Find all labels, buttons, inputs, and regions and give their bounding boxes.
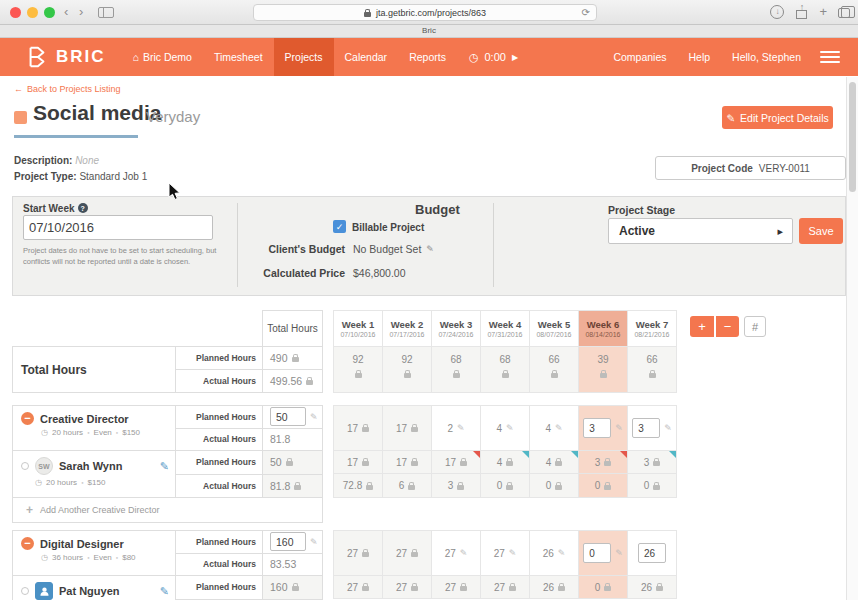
- lock-icon[interactable]: [404, 373, 411, 378]
- pencil-icon[interactable]: ✎: [506, 423, 514, 433]
- planned-hours-input[interactable]: [270, 532, 306, 551]
- pencil-icon[interactable]: ✎: [558, 548, 566, 558]
- nav-item-calendar[interactable]: Calendar: [334, 38, 399, 76]
- week-cell[interactable]: 2✎: [431, 405, 481, 451]
- pencil-icon[interactable]: ✎: [615, 423, 623, 433]
- lock-icon[interactable]: [411, 586, 418, 591]
- browser-back-button[interactable]: ‹: [64, 4, 68, 20]
- lock-icon[interactable]: [362, 586, 369, 591]
- edit-member-pencil-icon[interactable]: ✎: [160, 460, 169, 473]
- vertical-scrollbar[interactable]: [846, 77, 858, 600]
- week-cell[interactable]: ✎: [627, 405, 677, 451]
- nav-item-help[interactable]: Help: [678, 38, 722, 76]
- billable-checkbox[interactable]: ✓: [333, 220, 346, 233]
- week-hours-input[interactable]: [583, 543, 611, 563]
- edit-member-pencil-icon[interactable]: ✎: [160, 585, 169, 598]
- lock-icon[interactable]: [286, 461, 293, 466]
- bric-logo[interactable]: BRIC: [0, 38, 122, 76]
- pencil-icon[interactable]: ✎: [615, 548, 623, 558]
- lock-icon[interactable]: [453, 373, 460, 378]
- lock-icon[interactable]: [502, 373, 509, 378]
- lock-icon[interactable]: [362, 461, 369, 466]
- lock-icon[interactable]: [555, 461, 562, 466]
- add-another-creative-director-link[interactable]: + Add Another Creative Director: [12, 497, 323, 523]
- week-hours-input[interactable]: [638, 543, 666, 563]
- share-icon[interactable]: ↑: [795, 4, 808, 19]
- new-tab-icon[interactable]: +: [819, 5, 827, 19]
- lock-icon[interactable]: [558, 586, 565, 591]
- lock-icon[interactable]: [294, 485, 301, 490]
- scrollbar-thumb[interactable]: [849, 82, 856, 192]
- week-cell-current[interactable]: ✎: [578, 405, 628, 451]
- hamburger-menu-icon[interactable]: [820, 38, 840, 76]
- pencil-icon[interactable]: ✎: [664, 423, 672, 433]
- collapse-role-icon[interactable]: −: [21, 412, 34, 425]
- lock-icon[interactable]: [506, 485, 513, 490]
- nav-item-bric-demo[interactable]: ⌂ Bric Demo: [122, 38, 203, 76]
- lock-icon[interactable]: [292, 357, 299, 362]
- week-cell[interactable]: [627, 530, 677, 576]
- nav-item-projects[interactable]: Projects: [274, 38, 334, 76]
- nav-item-companies[interactable]: Companies: [602, 38, 677, 76]
- edit-project-details-button[interactable]: ✎ Edit Project Details: [722, 106, 833, 129]
- play-icon[interactable]: ▶: [512, 53, 518, 62]
- lock-icon[interactable]: [506, 461, 513, 466]
- lock-icon[interactable]: [411, 552, 418, 557]
- lock-icon[interactable]: [555, 485, 562, 490]
- nav-item-timesheet[interactable]: Timesheet: [203, 38, 274, 76]
- start-week-input[interactable]: [23, 215, 213, 240]
- lock-icon[interactable]: [460, 586, 467, 591]
- pencil-icon[interactable]: ✎: [310, 412, 318, 422]
- close-window-button[interactable]: [10, 7, 21, 18]
- lock-icon[interactable]: [604, 485, 611, 490]
- zoom-window-button[interactable]: [44, 7, 55, 18]
- browser-forward-button[interactable]: ›: [79, 4, 83, 20]
- refresh-icon[interactable]: ⟳: [582, 7, 590, 18]
- lock-icon[interactable]: [653, 461, 660, 466]
- lock-icon[interactable]: [656, 586, 663, 591]
- timer-widget[interactable]: ◷ 0:00 ▶: [457, 38, 530, 76]
- pencil-icon[interactable]: ✎: [555, 423, 563, 433]
- lock-icon[interactable]: [411, 427, 418, 432]
- downloads-icon[interactable]: ↓: [770, 5, 784, 19]
- tab-overview-icon[interactable]: [838, 8, 850, 18]
- week-number-toggle-button[interactable]: #: [744, 316, 766, 337]
- lock-icon[interactable]: [604, 461, 611, 466]
- lock-icon[interactable]: [653, 485, 660, 490]
- lock-icon[interactable]: [460, 461, 467, 466]
- nav-item-reports[interactable]: Reports: [398, 38, 457, 76]
- project-stage-select[interactable]: Active ▸: [608, 218, 793, 244]
- week-cell[interactable]: 26✎: [529, 530, 579, 576]
- lock-icon[interactable]: [600, 373, 607, 378]
- lock-icon[interactable]: [604, 586, 611, 591]
- remove-week-button[interactable]: −: [715, 316, 739, 337]
- sidebar-toggle-icon[interactable]: [98, 7, 114, 18]
- lock-icon[interactable]: [649, 373, 656, 378]
- lock-icon[interactable]: [408, 485, 415, 490]
- back-to-projects-link[interactable]: ← Back to Projects Listing: [14, 84, 121, 94]
- lock-icon[interactable]: [362, 427, 369, 432]
- lock-icon[interactable]: [355, 373, 362, 378]
- week-cell[interactable]: 27✎: [480, 530, 530, 576]
- week-cell[interactable]: 27✎: [431, 530, 481, 576]
- nav-item-greeting[interactable]: Hello, Stephen: [721, 38, 812, 76]
- week-hours-input[interactable]: [632, 418, 660, 438]
- week-hours-input[interactable]: [583, 418, 611, 438]
- save-button[interactable]: Save: [799, 218, 843, 244]
- pencil-icon[interactable]: ✎: [460, 548, 468, 558]
- minimize-window-button[interactable]: [27, 7, 38, 18]
- week-cell[interactable]: 4✎: [480, 405, 530, 451]
- lock-icon[interactable]: [366, 485, 373, 490]
- lock-icon[interactable]: [292, 586, 299, 591]
- lock-icon[interactable]: [362, 552, 369, 557]
- edit-budget-pencil-icon[interactable]: ✎: [426, 244, 434, 254]
- add-week-button[interactable]: +: [690, 316, 714, 337]
- pencil-icon[interactable]: ✎: [457, 423, 465, 433]
- lock-icon[interactable]: [551, 373, 558, 378]
- address-bar[interactable]: jta.getbric.com/projects/863 ⟳: [253, 4, 597, 21]
- lock-icon[interactable]: [411, 461, 418, 466]
- week-cell-current[interactable]: ✎: [578, 530, 628, 576]
- pencil-icon[interactable]: ✎: [310, 537, 318, 547]
- browser-tab[interactable]: Bric: [0, 25, 858, 38]
- pencil-icon[interactable]: ✎: [509, 548, 517, 558]
